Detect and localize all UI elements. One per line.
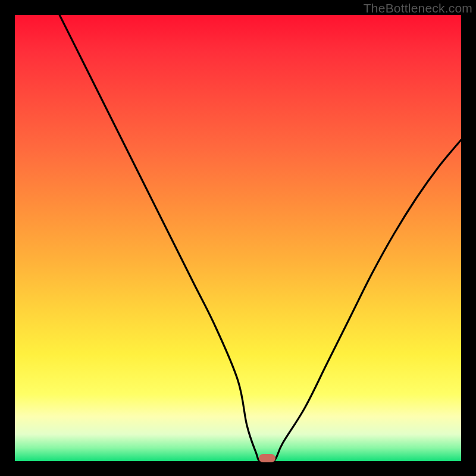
curve-svg: [15, 15, 461, 461]
plot-area: [15, 15, 461, 461]
bottleneck-curve-path: [60, 15, 461, 461]
chart-frame: TheBottleneck.com: [0, 0, 476, 476]
watermark-text: TheBottleneck.com: [364, 1, 472, 15]
optimal-notch-marker: [259, 454, 275, 462]
